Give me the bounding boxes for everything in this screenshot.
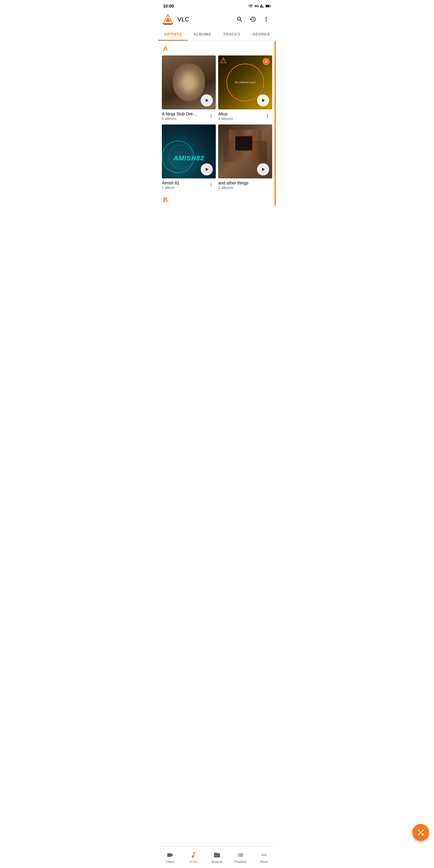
rust-tag-overlay: SLOWDOWN: [252, 135, 255, 161]
svg-rect-1: [270, 5, 271, 7]
section-letter-a: A: [158, 41, 276, 54]
signal-icon: [260, 4, 264, 8]
tabs: ARTISTS ALBUMS TRACKS GENRES: [158, 28, 276, 41]
artist-info-ninja: A Ninja Slob Dre… 6 albums: [162, 110, 216, 122]
history-button[interactable]: [247, 13, 259, 25]
artist-albums-andother: 2 albums: [218, 186, 248, 190]
altus-logo-icon: [220, 57, 227, 65]
svg-rect-7: [164, 24, 172, 25]
artist-thumb-amish: AMISH82: [162, 124, 216, 179]
artist-more-ninja[interactable]: [206, 111, 216, 121]
artist-thumb-ninja: [162, 56, 216, 110]
artist-info-altus: Altus 2 albums: [218, 110, 272, 122]
status-time: 10:00: [163, 4, 174, 8]
tab-albums[interactable]: ALBUMS: [188, 28, 217, 41]
status-icons: 4G: [248, 4, 271, 8]
battery-icon: [266, 4, 271, 8]
artist-card-altus: the sidereal cycle 2: [218, 56, 272, 122]
artist-grid: A Ninja Slob Dre… 6 albums the sidereal …: [158, 54, 276, 192]
artist-name-altus: Altus: [218, 112, 233, 116]
overflow-menu-button[interactable]: [260, 13, 272, 25]
play-button-altus[interactable]: [257, 94, 269, 106]
play-button-andother[interactable]: [257, 163, 269, 176]
wifi-icon: [248, 4, 253, 8]
artist-info-amish: Amish 82 1 album: [162, 179, 216, 191]
svg-rect-2: [266, 5, 269, 7]
amish-text-overlay: AMISH82: [173, 154, 204, 162]
artist-card-amish: AMISH82 Amish 82 1 album: [162, 124, 216, 191]
section-letter-b: B: [158, 192, 276, 206]
artist-albums-amish: 1 album: [162, 186, 179, 190]
altus-badge: 2: [262, 58, 270, 65]
content-area: A A Ninja Slob Dre… 6 albums: [158, 41, 276, 206]
artist-albums-altus: 2 albums: [218, 117, 233, 121]
artist-thumb-altus: the sidereal cycle 2: [218, 56, 272, 110]
artist-card-andother: SLOWDOWN and other things 2 albums: [218, 124, 272, 191]
tab-tracks[interactable]: TRACKS: [217, 28, 247, 41]
artist-thumb-andother: SLOWDOWN: [218, 124, 272, 179]
artist-info-andother: and other things 2 albums: [218, 179, 272, 191]
play-button-amish[interactable]: [201, 163, 213, 176]
play-button-ninja[interactable]: [201, 94, 213, 106]
artist-name-ninja: A Ninja Slob Dre…: [162, 112, 197, 116]
status-bar: 10:00 4G: [158, 0, 276, 11]
artist-more-amish[interactable]: [206, 180, 216, 190]
search-button[interactable]: [234, 13, 246, 25]
vlc-logo: [162, 13, 174, 25]
tab-artists[interactable]: ARTISTS: [158, 28, 188, 41]
artist-card-ninja: A Ninja Slob Dre… 6 albums: [162, 56, 216, 122]
scroll-indicator: [275, 41, 276, 206]
app-title: VLC: [178, 16, 234, 23]
artist-name-andother: and other things: [218, 181, 248, 185]
tab-genres[interactable]: GENRES: [247, 28, 276, 41]
app-bar-actions: [234, 13, 272, 25]
app-bar: VLC: [158, 11, 276, 28]
artist-more-altus[interactable]: [262, 111, 272, 121]
artist-albums-ninja: 6 albums: [162, 117, 197, 121]
artist-more-andother[interactable]: [262, 180, 272, 190]
artist-name-amish: Amish 82: [162, 181, 179, 185]
signal-4g: 4G: [254, 4, 259, 8]
